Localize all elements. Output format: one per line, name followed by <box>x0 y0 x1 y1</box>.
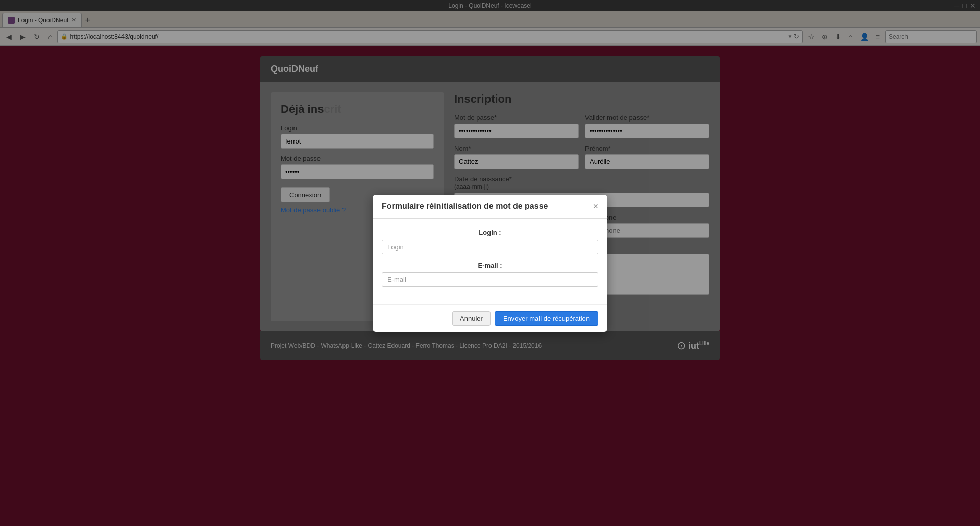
modal-email-group: E-mail : <box>382 261 598 287</box>
modal-email-label: E-mail : <box>382 261 598 269</box>
annuler-button[interactable]: Annuler <box>452 311 491 326</box>
modal-body: Login : E-mail : <box>373 219 607 304</box>
envoyer-button[interactable]: Envoyer mail de récupération <box>495 311 598 326</box>
modal-login-label: Login : <box>382 229 598 236</box>
modal-footer: Annuler Envoyer mail de récupération <box>373 304 607 332</box>
modal-login-group: Login : <box>382 229 598 254</box>
modal-overlay[interactable]: Formulaire réinitialisation de mot de pa… <box>0 0 980 526</box>
modal-close-button[interactable]: × <box>593 202 598 211</box>
modal-title: Formulaire réinitialisation de mot de pa… <box>382 202 548 211</box>
password-reset-modal: Formulaire réinitialisation de mot de pa… <box>373 195 607 332</box>
modal-login-input[interactable] <box>382 240 598 254</box>
modal-email-input[interactable] <box>382 272 598 287</box>
modal-header: Formulaire réinitialisation de mot de pa… <box>373 195 607 219</box>
